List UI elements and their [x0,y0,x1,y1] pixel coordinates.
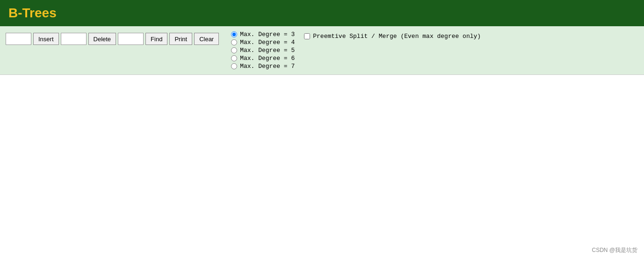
app-header: B-Trees [0,0,644,26]
find-input[interactable] [118,33,144,45]
radio-degree-6[interactable] [231,55,237,61]
degree-option-4: Max. Degree = 4 [231,39,295,46]
insert-button[interactable]: Insert [33,33,59,45]
degree-option-7: Max. Degree = 7 [231,63,295,70]
app-title: B-Trees [8,6,636,21]
label-degree-3: Max. Degree = 3 [240,31,295,38]
preemtive-checkbox[interactable] [304,33,310,39]
label-degree-6: Max. Degree = 6 [240,55,295,62]
radio-degree-3[interactable] [231,31,237,37]
radio-degree-7[interactable] [231,63,237,69]
degree-options: Max. Degree = 3Max. Degree = 4Max. Degre… [231,31,295,70]
find-button[interactable]: Find [145,33,167,45]
delete-input[interactable] [61,33,87,45]
clear-button[interactable]: Clear [194,33,219,45]
toolbar-controls: Insert Delete Find Print Clear [6,31,219,45]
preemtive-option: Preemtive Split / Merge (Even max degree… [304,31,481,40]
radio-degree-5[interactable] [231,47,237,53]
toolbar: Insert Delete Find Print Clear Max. Degr… [0,26,644,75]
degree-option-6: Max. Degree = 6 [231,55,295,62]
tree-visualization: 0002 0004 0001 0003 0005 [159,75,486,169]
label-degree-5: Max. Degree = 5 [240,47,295,54]
insert-input[interactable] [6,33,31,45]
degree-option-3: Max. Degree = 3 [231,31,295,38]
delete-button[interactable]: Delete [88,33,116,45]
preemtive-label: Preemtive Split / Merge (Even max degree… [313,33,481,40]
degree-option-5: Max. Degree = 5 [231,47,295,54]
radio-degree-4[interactable] [231,39,237,45]
label-degree-4: Max. Degree = 4 [240,39,295,46]
print-button[interactable]: Print [169,33,192,45]
label-degree-7: Max. Degree = 7 [240,63,295,70]
tree-canvas: 0002 0004 0001 0003 0005 [0,75,644,215]
options-panel: Max. Degree = 3Max. Degree = 4Max. Degre… [222,31,481,70]
